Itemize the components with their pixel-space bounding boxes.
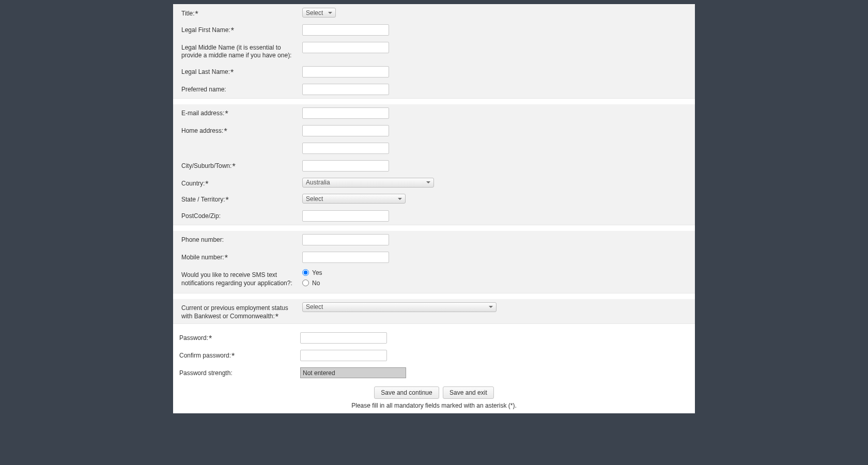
sms-radio-yes[interactable]: [302, 269, 309, 276]
required-icon: *: [230, 68, 234, 77]
required-icon: *: [225, 110, 228, 118]
employment-status-label: Current or previous employment status wi…: [173, 302, 302, 320]
required-icon: *: [195, 10, 198, 19]
section-personal: Title:* Select Legal First Name:* Legal …: [173, 4, 695, 99]
section-employment: Current or previous employment status wi…: [173, 299, 695, 324]
email-label: E-mail address:*: [173, 107, 302, 118]
phone-input[interactable]: [302, 234, 389, 245]
middle-name-input[interactable]: [302, 42, 389, 53]
employment-status-select[interactable]: Select: [302, 302, 497, 312]
required-icon: *: [205, 180, 208, 189]
password-strength-label: Password strength:: [173, 367, 302, 378]
section-contact: Phone number: Mobile number:* Would you …: [173, 230, 695, 293]
postcode-label: PostCode/Zip:: [173, 210, 302, 221]
title-label: Title:*: [173, 8, 302, 18]
city-input[interactable]: [302, 160, 389, 172]
email-input[interactable]: [302, 107, 389, 119]
password-input[interactable]: [300, 332, 387, 344]
sms-label: Would you like to receive SMS text notif…: [173, 269, 302, 287]
required-icon: *: [225, 196, 228, 205]
last-name-label: Legal Last Name:*: [173, 66, 302, 76]
save-and-exit-button[interactable]: Save and exit: [443, 386, 494, 399]
mandatory-note: Please fill in all mandatory fields mark…: [173, 401, 695, 413]
form-buttons: Save and continue Save and exit: [173, 381, 695, 401]
preferred-name-input[interactable]: [302, 84, 389, 95]
state-label: State / Territory:*: [173, 194, 302, 204]
first-name-label: Legal First Name:*: [173, 24, 302, 35]
title-select[interactable]: Select: [302, 8, 336, 18]
save-and-continue-button[interactable]: Save and continue: [374, 386, 439, 399]
country-label: Country:*: [173, 178, 302, 188]
password-label: Password:*: [173, 332, 302, 343]
required-icon: *: [275, 313, 278, 321]
section-password: Password:* Confirm password:* Password s…: [173, 329, 695, 413]
sms-option-yes[interactable]: Yes: [302, 269, 695, 276]
preferred-name-label: Preferred name:: [173, 84, 302, 94]
sms-option-no[interactable]: No: [302, 280, 695, 287]
home-address-label: Home address:*: [173, 125, 302, 135]
first-name-input[interactable]: [302, 24, 389, 36]
required-icon: *: [232, 162, 235, 171]
required-icon: *: [224, 127, 227, 136]
confirm-password-input[interactable]: [300, 350, 387, 361]
chevron-down-icon: [328, 12, 332, 14]
home-address-input-2[interactable]: [302, 143, 389, 154]
required-icon: *: [225, 254, 228, 262]
last-name-input[interactable]: [302, 66, 389, 78]
postcode-input[interactable]: [302, 210, 389, 222]
home-address-input-1[interactable]: [302, 125, 389, 136]
phone-label: Phone number:: [173, 234, 302, 244]
state-select[interactable]: Select: [302, 194, 406, 204]
confirm-password-label: Confirm password:*: [173, 350, 302, 360]
city-label: City/Suburb/Town:*: [173, 160, 302, 171]
chevron-down-icon: [489, 306, 493, 308]
sms-no-label: No: [312, 280, 320, 287]
country-select[interactable]: Australia: [302, 178, 434, 188]
sms-radio-no[interactable]: [302, 280, 309, 286]
form-page: Title:* Select Legal First Name:* Legal …: [173, 4, 695, 413]
section-address: E-mail address:* Home address:* City/Sub…: [173, 104, 695, 225]
chevron-down-icon: [426, 181, 430, 183]
required-icon: *: [231, 352, 235, 361]
sms-yes-label: Yes: [312, 269, 322, 276]
chevron-down-icon: [398, 198, 402, 200]
required-icon: *: [231, 26, 234, 35]
mobile-input[interactable]: [302, 252, 389, 263]
required-icon: *: [209, 334, 212, 343]
mobile-label: Mobile number:*: [173, 252, 302, 262]
password-strength-meter: Not entered: [300, 367, 406, 378]
middle-name-label: Legal Middle Name (it is essential to pr…: [173, 42, 302, 60]
